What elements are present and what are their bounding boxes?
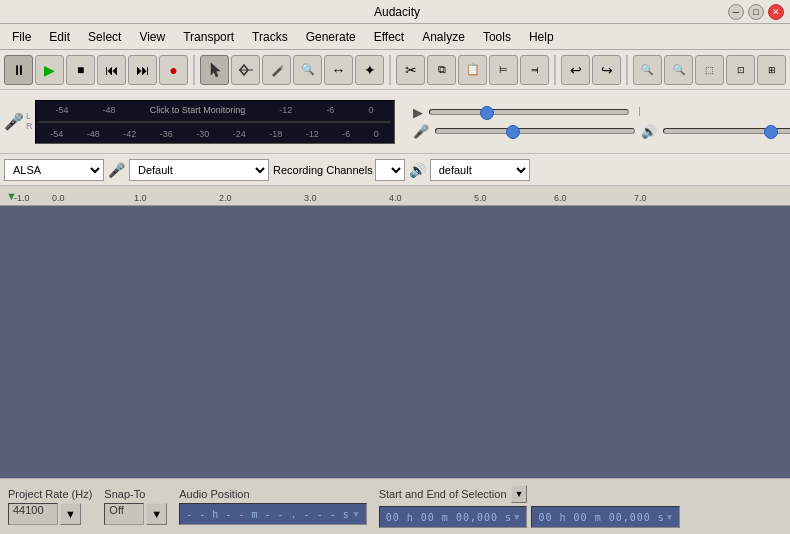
speed-slider-track[interactable]: [429, 109, 629, 115]
time-ruler: ▼ -1.0 0.0 1.0 2.0 3.0 4.0 5.0 6.0 7.0: [0, 186, 790, 206]
menu-effect[interactable]: Effect: [366, 28, 412, 46]
input-device-select[interactable]: Default: [129, 159, 269, 181]
project-rate-control: 44100 ▼: [8, 503, 92, 525]
play-button[interactable]: ▶: [35, 55, 64, 85]
sel-start-dropdown[interactable]: ▼: [514, 512, 520, 522]
title-bar: Audacity ─ □ ✕: [0, 0, 790, 24]
sel-end-dropdown[interactable]: ▼: [667, 512, 673, 522]
paste-button[interactable]: 📋: [458, 55, 487, 85]
envelope-tool[interactable]: [231, 55, 260, 85]
ruler-mark-n1: -1.0: [14, 193, 30, 203]
zoom-fit-button[interactable]: ⊡: [726, 55, 755, 85]
selection-end-display: 00 h 00 m 00,000 s ▼: [531, 506, 680, 528]
menu-transport[interactable]: Transport: [175, 28, 242, 46]
draw-tool[interactable]: [262, 55, 291, 85]
zoom-out-button[interactable]: 🔍: [664, 55, 693, 85]
audio-position-control: - - h - - m - - . - - - s ▼: [179, 503, 366, 525]
volume-slider-track[interactable]: [435, 128, 635, 134]
selection-times: 00 h 00 m 00,000 s ▼ 00 h 00 m 00,000 s …: [379, 506, 681, 528]
snap-to-value[interactable]: Off: [104, 503, 144, 525]
zoom-sel-button[interactable]: ⬚: [695, 55, 724, 85]
close-button[interactable]: ✕: [768, 4, 784, 20]
menu-view[interactable]: View: [131, 28, 173, 46]
snap-to-dropdown[interactable]: ▼: [146, 503, 167, 525]
input-volume-slider[interactable]: [435, 128, 635, 134]
play-icon: ▶: [413, 105, 423, 120]
trim-button[interactable]: ⊨: [489, 55, 518, 85]
play-speed-row: ▶ |: [413, 105, 791, 120]
zoom-fit2-button[interactable]: ⊞: [757, 55, 786, 85]
ruler-mark-1: 1.0: [134, 193, 147, 203]
project-rate-dropdown[interactable]: ▼: [60, 503, 81, 525]
copy-button[interactable]: ⧉: [427, 55, 456, 85]
menu-edit[interactable]: Edit: [41, 28, 78, 46]
undo-button[interactable]: ↩: [561, 55, 590, 85]
output-volume-slider[interactable]: [663, 128, 791, 134]
status-bar: Project Rate (Hz) 44100 ▼ Snap-To Off ▼ …: [0, 478, 790, 534]
meters-area: 🎤 L R -54 -48 Click to Start Monitoring …: [0, 90, 790, 154]
recording-channels-label: Recording Channels: [273, 164, 373, 176]
menu-bar: File Edit Select View Transport Tracks G…: [0, 24, 790, 50]
ruler-mark-3: 3.0: [304, 193, 317, 203]
input-scale: -54 -48 Click to Start Monitoring -12 -6…: [39, 103, 391, 117]
menu-help[interactable]: Help: [521, 28, 562, 46]
input-meter-L-row: L R -54 -48 Click to Start Monitoring -1…: [26, 100, 395, 144]
out-slider-thumb[interactable]: [764, 125, 778, 139]
audio-position-label: Audio Position: [179, 488, 366, 500]
audio-position-section: Audio Position - - h - - m - - . - - - s…: [179, 488, 366, 525]
menu-analyze[interactable]: Analyze: [414, 28, 473, 46]
speed-slider-thumb[interactable]: [480, 106, 494, 120]
speaker-icon: 🔊: [641, 124, 657, 139]
menu-tools[interactable]: Tools: [475, 28, 519, 46]
minimize-button[interactable]: ─: [728, 4, 744, 20]
menu-file[interactable]: File: [4, 28, 39, 46]
menu-tracks[interactable]: Tracks: [244, 28, 296, 46]
recording-channels-select[interactable]: 2 1: [375, 159, 405, 181]
out-slider-track[interactable]: [663, 128, 791, 134]
menu-generate[interactable]: Generate: [298, 28, 364, 46]
device-toolbar: ALSA 🎤 Default Recording Channels 2 1 🔊 …: [0, 154, 790, 186]
silence-button[interactable]: ⫤: [520, 55, 549, 85]
maximize-button[interactable]: □: [748, 4, 764, 20]
window-title: Audacity: [66, 5, 728, 19]
play-speed-slider[interactable]: |: [429, 109, 629, 115]
mic-icon[interactable]: 🎤: [4, 112, 24, 131]
selection-label: Start and End of Selection: [379, 488, 507, 500]
snap-to-section: Snap-To Off ▼: [104, 488, 167, 525]
speaker-device-icon: 🔊: [409, 162, 426, 178]
track-area[interactable]: [0, 206, 790, 478]
ruler-mark-7: 7.0: [634, 193, 647, 203]
playback-sliders: ▶ | 🎤 🔊: [413, 105, 791, 139]
skip-start-button[interactable]: ⏮: [97, 55, 126, 85]
project-rate-label: Project Rate (Hz): [8, 488, 92, 500]
toolbar-sep-4: [626, 55, 628, 85]
project-rate-input[interactable]: 44100: [8, 503, 58, 525]
multi-tool[interactable]: ✦: [355, 55, 384, 85]
skip-end-button[interactable]: ⏭: [128, 55, 157, 85]
selection-type-dropdown[interactable]: ▼: [511, 485, 528, 503]
output-volume-row: 🎤 🔊: [413, 124, 791, 139]
time-shift-tool[interactable]: ↔: [324, 55, 353, 85]
speed-max-mark: |: [638, 106, 640, 116]
pause-button[interactable]: ⏸: [4, 55, 33, 85]
window-controls: ─ □ ✕: [728, 4, 784, 20]
cursor-tool[interactable]: [200, 55, 229, 85]
host-select[interactable]: ALSA: [4, 159, 104, 181]
input-vu-meter[interactable]: -54 -48 Click to Start Monitoring -12 -6…: [35, 100, 395, 144]
position-dropdown-arrow[interactable]: ▼: [353, 509, 359, 519]
toolbar-sep-1: [193, 55, 195, 85]
ruler-mark-2: 2.0: [219, 193, 232, 203]
dropdown-arrow-icon: ▼: [65, 508, 76, 520]
output-device-select[interactable]: default: [430, 159, 530, 181]
zoom-tool[interactable]: 🔍: [293, 55, 322, 85]
cut-button[interactable]: ✂: [396, 55, 425, 85]
selection-label-row: Start and End of Selection ▼: [379, 485, 681, 503]
volume-slider-thumb[interactable]: [506, 125, 520, 139]
record-button[interactable]: ●: [159, 55, 188, 85]
project-rate-section: Project Rate (Hz) 44100 ▼: [8, 488, 92, 525]
toolbar-sep-3: [554, 55, 556, 85]
redo-button[interactable]: ↪: [592, 55, 621, 85]
zoom-in-button[interactable]: 🔍: [633, 55, 662, 85]
stop-button[interactable]: ■: [66, 55, 95, 85]
menu-select[interactable]: Select: [80, 28, 129, 46]
